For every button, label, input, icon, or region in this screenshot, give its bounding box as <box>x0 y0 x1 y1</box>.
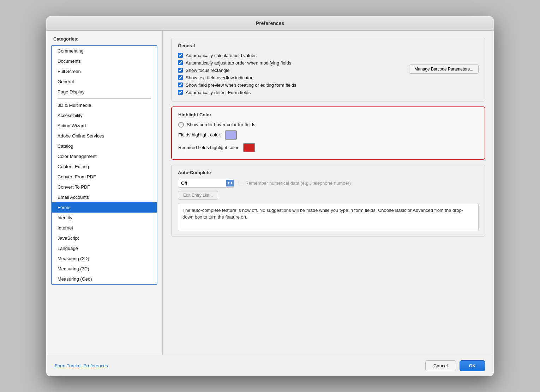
general-header-row: Automatically calculate field values Aut… <box>178 52 479 96</box>
sidebar-item-measuring-geo[interactable]: Measuring (Geo) <box>52 274 157 284</box>
main-content: General Automatically calculate field va… <box>163 31 494 355</box>
checkbox-auto-detect-label: Automatically detect Form fields <box>186 90 251 95</box>
edit-entry-list-button[interactable]: Edit Entry List... <box>178 191 218 200</box>
sidebar-item-adobe-online[interactable]: Adobe Online Services <box>52 131 157 141</box>
sidebar-item-documents[interactable]: Documents <box>52 56 157 66</box>
sidebar-item-identity[interactable]: Identity <box>52 213 157 223</box>
preferences-dialog: Preferences Categories: Commenting Docum… <box>46 16 494 376</box>
required-highlight-color-row: Required fields highlight color: <box>178 141 478 154</box>
required-highlight-label: Required fields highlight color: <box>178 145 240 150</box>
sidebar-item-commenting[interactable]: Commenting <box>52 46 157 56</box>
dialog-content: Categories: Commenting Documents Full Sc… <box>46 31 494 355</box>
autocomplete-select-control[interactable]: Off Basic Advanced ⬆⬇ <box>178 179 234 188</box>
checkbox-auto-tab-input[interactable] <box>178 60 183 65</box>
sidebar-item-color-management[interactable]: Color Management <box>52 151 157 161</box>
checkbox-show-focus-label: Show focus rectangle <box>186 68 229 73</box>
checkbox-show-preview-label: Show field preview when creating or edit… <box>186 82 296 88</box>
required-color-swatch[interactable] <box>243 143 255 152</box>
checkbox-auto-calc-label: Automatically calculate field values <box>186 53 257 58</box>
remember-numerical-checkbox[interactable] <box>239 181 243 185</box>
autocomplete-dropdown[interactable]: Off Basic Advanced <box>178 179 226 187</box>
checkbox-auto-calc[interactable]: Automatically calculate field values <box>178 52 402 59</box>
sidebar-item-measuring-2d[interactable]: Measuring (2D) <box>52 253 157 264</box>
general-checkboxes: Automatically calculate field values Aut… <box>178 52 402 96</box>
checkbox-show-overflow-label: Show text field overflow indicator <box>186 75 252 80</box>
sidebar-item-full-screen[interactable]: Full Screen <box>52 66 157 76</box>
highlight-color-section: Highlight Color Show border hover color … <box>171 106 485 160</box>
autocomplete-section: Auto-Complete Off Basic Advanced ⬆⬇ Reme… <box>171 165 485 237</box>
sidebar-divider <box>58 98 151 99</box>
sidebar-item-convert-from-pdf[interactable]: Convert From PDF <box>52 172 157 182</box>
fields-highlight-color-row: Fields highlight color: <box>178 129 478 141</box>
sidebar: Categories: Commenting Documents Full Sc… <box>46 31 163 355</box>
sidebar-item-general[interactable]: General <box>52 76 157 87</box>
sidebar-item-measuring-3d[interactable]: Measuring (3D) <box>52 264 157 274</box>
remember-numerical-row: Remember numerical data (e.g., telephone… <box>239 180 351 186</box>
checkbox-auto-tab-label: Automatically adjust tab order when modi… <box>186 60 291 66</box>
highlight-section-title: Highlight Color <box>178 112 478 117</box>
checkbox-auto-calc-input[interactable] <box>178 53 183 58</box>
checkbox-auto-detect[interactable]: Automatically detect Form fields <box>178 89 402 96</box>
autocomplete-description: The auto-complete feature is now off. No… <box>178 203 479 231</box>
general-section: General Automatically calculate field va… <box>171 38 485 102</box>
sidebar-list: Commenting Documents Full Screen General… <box>51 45 157 285</box>
sidebar-item-content-editing[interactable]: Content Editing <box>52 161 157 172</box>
checkbox-show-focus-input[interactable] <box>178 68 183 73</box>
remember-numerical-label: Remember numerical data (e.g., telephone… <box>245 180 351 186</box>
manage-barcode-button[interactable]: Manage Barcode Parameters... <box>409 65 479 74</box>
autocomplete-controls-row: Off Basic Advanced ⬆⬇ Remember numerical… <box>178 179 479 188</box>
sidebar-item-javascript[interactable]: JavaScript <box>52 233 157 243</box>
checkbox-auto-tab[interactable]: Automatically adjust tab order when modi… <box>178 59 402 67</box>
sidebar-item-email-accounts[interactable]: Email Accounts <box>52 192 157 202</box>
border-hover-radio[interactable] <box>178 122 184 128</box>
sidebar-item-forms[interactable]: Forms <box>52 202 157 213</box>
sidebar-item-accessibility[interactable]: Accessibility <box>52 110 157 121</box>
sidebar-item-internet[interactable]: Internet <box>52 223 157 233</box>
title-bar: Preferences <box>46 16 494 31</box>
checkbox-show-focus[interactable]: Show focus rectangle <box>178 67 402 74</box>
sidebar-item-action-wizard[interactable]: Action Wizard <box>52 121 157 131</box>
checkbox-show-overflow-input[interactable] <box>178 75 183 80</box>
cancel-button[interactable]: Cancel <box>425 360 456 371</box>
dropdown-arrow-icon: ⬆⬇ <box>226 180 234 186</box>
sidebar-item-language[interactable]: Language <box>52 243 157 253</box>
categories-label: Categories: <box>46 36 162 45</box>
autocomplete-title: Auto-Complete <box>178 170 479 175</box>
checkbox-show-preview-input[interactable] <box>178 82 183 87</box>
dialog-footer: Form Tracker Preferences Cancel OK <box>46 355 494 376</box>
general-section-title: General <box>178 43 479 48</box>
fields-color-swatch[interactable] <box>225 130 237 140</box>
show-border-hover-row[interactable]: Show border hover color for fields <box>178 121 478 129</box>
fields-highlight-label: Fields highlight color: <box>178 132 221 137</box>
footer-buttons: Cancel OK <box>425 360 485 371</box>
sidebar-item-3d-multimedia[interactable]: 3D & Multimedia <box>52 100 157 110</box>
checkbox-show-preview[interactable]: Show field preview when creating or edit… <box>178 81 402 89</box>
checkbox-show-overflow[interactable]: Show text field overflow indicator <box>178 74 402 81</box>
checkbox-auto-detect-input[interactable] <box>178 90 183 95</box>
sidebar-item-convert-to-pdf[interactable]: Convert To PDF <box>52 182 157 192</box>
form-tracker-link[interactable]: Form Tracker Preferences <box>55 363 108 368</box>
sidebar-item-catalog[interactable]: Catalog <box>52 141 157 151</box>
show-border-hover-label: Show border hover color for fields <box>187 122 255 127</box>
dialog-title: Preferences <box>256 20 284 26</box>
ok-button[interactable]: OK <box>460 360 486 371</box>
sidebar-item-page-display[interactable]: Page Display <box>52 87 157 97</box>
